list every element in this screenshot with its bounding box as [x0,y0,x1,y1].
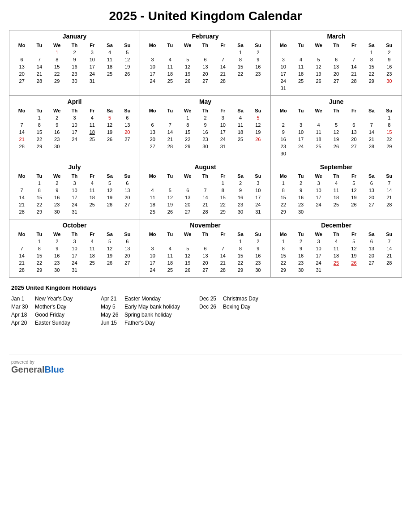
day-cell [101,266,118,274]
day-cell: 15 [30,194,48,201]
day-cell: 10 [66,245,83,252]
day-cell: 20 [179,201,197,208]
day-cell: 21 [363,136,380,143]
day-cell: 15 [231,252,249,259]
day-header: Fr [345,107,363,114]
day-cell: 17 [66,194,83,201]
day-cell: 1 [179,114,197,121]
day-cell: 25 [101,70,118,77]
holiday-row: Mar 30Mother's Day [11,304,101,310]
day-cell [345,85,363,92]
day-grid-august: MoTuWeThFrSaSu12345678910111213141516171… [144,172,267,215]
day-header: Sa [231,172,249,180]
day-cell: 11 [101,56,118,63]
day-cell [327,85,345,92]
day-header: Sa [363,42,380,49]
month-name-may: May [144,98,267,105]
day-cell: 6 [119,180,136,187]
day-cell: 18 [292,70,309,77]
day-cell: 23 [231,201,249,208]
day-cell: 27 [119,201,136,208]
day-cell: 7 [381,180,398,187]
day-cell: 11 [327,187,345,194]
day-cell: 22 [30,201,48,208]
day-cell: 25 [231,136,249,143]
day-cell: 26 [101,259,118,266]
day-cell [101,208,118,215]
day-cell: 25 [161,266,179,274]
day-header: Sa [363,231,380,238]
day-cell: 29 [274,208,292,215]
day-cell: 14 [13,252,30,259]
day-header: Th [197,107,214,114]
month-january: JanuaryMoTuWeThFrSaSu1234567891011121314… [9,30,140,95]
day-cell [144,180,161,187]
day-cell [310,114,327,121]
day-cell: 27 [345,143,363,150]
day-cell: 31 [274,85,292,92]
day-header: Mo [274,172,292,180]
holiday-name: Boxing Day [223,304,250,310]
holiday-col-3: Dec 25Christmas DayDec 26Boxing Day [199,296,298,328]
day-cell: 1 [363,49,380,56]
day-cell: 28 [161,143,179,150]
holiday-name: Mother's Day [35,304,66,310]
day-cell: 24 [310,259,327,266]
day-cell [274,114,292,121]
day-cell: 23 [249,259,267,266]
day-cell: 5 [179,56,197,63]
day-header: Th [66,107,83,114]
day-cell: 5 [345,180,363,187]
day-cell [310,150,327,157]
day-cell: 30 [197,143,214,150]
holiday-date: Jun 15 [101,320,121,326]
day-grid-october: MoTuWeThFrSaSu12345678910111213141516171… [13,231,136,274]
day-cell: 6 [197,56,214,63]
day-header: Su [381,42,398,49]
day-cell: 22 [231,70,249,77]
day-cell: 23 [48,259,66,266]
day-cell: 15 [381,129,398,136]
day-cell: 30 [249,266,267,274]
day-cell: 13 [119,187,136,194]
holiday-row: Jan 1New Year's Day [11,296,101,302]
day-grid-march: MoTuWeThFrSaSu12345678910111213141516171… [274,42,398,92]
day-header: We [310,42,327,49]
day-cell [66,143,83,150]
day-cell: 22 [363,70,380,77]
day-header: Th [197,231,214,238]
day-cell: 10 [249,187,267,194]
day-cell [231,77,249,85]
day-header: Su [119,42,136,49]
quarter-row-3: JulyMoTuWeThFrSaSu1234567891011121314151… [9,161,402,219]
day-cell: 7 [363,121,380,129]
day-cell: 30 [292,208,309,215]
day-cell: 12 [179,252,197,259]
powered-by-label: powered by [11,360,64,365]
day-header: Tu [292,231,309,238]
day-cell: 17 [310,194,327,201]
day-cell: 1 [48,49,66,56]
day-header: Fr [214,42,231,49]
day-cell: 30 [231,208,249,215]
day-cell: 10 [292,129,309,136]
day-header: Mo [13,172,30,180]
day-cell: 9 [249,56,267,63]
day-cell: 16 [381,63,398,70]
day-cell: 4 [310,121,327,129]
day-grid-june: MoTuWeThFrSaSu12345678910111213141516171… [274,107,398,157]
day-cell: 19 [345,194,363,201]
day-header: We [310,172,327,180]
day-header: We [48,107,66,114]
day-header: Mo [274,231,292,238]
day-cell: 1 [214,180,231,187]
day-cell: 25 [161,77,179,85]
day-header: Tu [161,172,179,180]
day-header: Su [249,42,267,49]
day-cell: 11 [83,187,101,194]
day-cell: 14 [161,129,179,136]
day-cell: 11 [231,121,249,129]
day-cell: 7 [13,187,30,194]
day-cell: 19 [345,252,363,259]
day-cell: 9 [249,245,267,252]
